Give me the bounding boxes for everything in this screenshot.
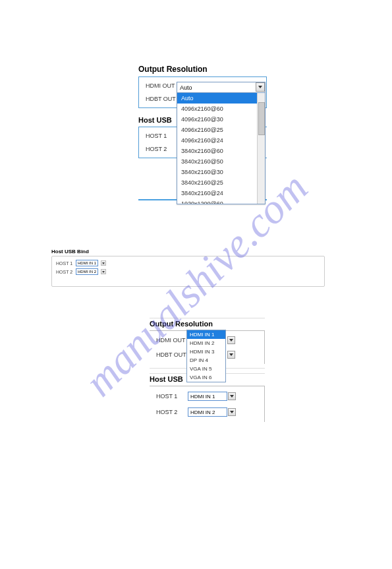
host1-label-p1: HOST 1 — [146, 133, 177, 139]
dropdown-option[interactable]: 4096x2160@24 — [177, 135, 265, 146]
dropdown-current-text: Auto — [180, 84, 192, 91]
dropdown-option[interactable]: 3840x2160@30 — [177, 167, 265, 177]
dropdown3-option[interactable]: VGA IN 5 — [187, 365, 225, 373]
dropdown3-option[interactable]: HDMI IN 3 — [187, 347, 225, 356]
host2-row-3: HOST 2 HDMI IN 2 — [156, 407, 258, 417]
dropdown-list: Auto 4096x2160@60 4096x2160@30 4096x2160… — [177, 93, 265, 204]
host1-select-wrap[interactable]: HDMI IN 1 — [188, 392, 236, 401]
dropdown-option[interactable]: 4096x2160@30 — [177, 114, 265, 125]
hdmi-out-label: HDMI OUT — [146, 82, 177, 89]
chevron-down-icon[interactable] — [227, 336, 235, 344]
output-resolution-title: Output Resolution — [138, 65, 267, 74]
host-usb-bind-box: HOST 1 HDMI IN 1 HOST 2 HDMI IN 2 — [51, 256, 325, 287]
dropdown-option[interactable]: 1920x1200@60 — [177, 198, 265, 204]
host2-select-3[interactable]: HDMI IN 2 — [188, 407, 227, 417]
host-usb-bind-panel: Host USB Bind HOST 1 HDMI IN 1 HOST 2 HD… — [51, 249, 325, 287]
hdbt-out-label-3: HDBT OUT — [156, 351, 188, 358]
dropdown3-option[interactable]: HDMI IN 2 — [187, 339, 225, 347]
host2-bind-row: HOST 2 HDMI IN 2 — [56, 268, 320, 275]
host-usb-bind-title: Host USB Bind — [51, 249, 325, 255]
host2-bind-select[interactable]: HDMI IN 2 — [76, 268, 98, 275]
chevron-down-icon[interactable] — [228, 392, 236, 400]
dropdown-option[interactable]: 3840x2160@25 — [177, 177, 265, 188]
chevron-down-icon[interactable] — [228, 408, 236, 416]
host-usb-label-3: Host USB — [150, 375, 183, 383]
host2-label-p1: HOST 2 — [146, 146, 177, 152]
host1-row-3: HOST 1 HDMI IN 1 — [156, 392, 258, 401]
host1-bind-row: HOST 1 HDMI IN 1 — [56, 260, 320, 266]
chevron-down-icon[interactable] — [101, 260, 106, 266]
chevron-down-icon[interactable] — [227, 351, 235, 359]
host2-select-wrap[interactable]: HDMI IN 2 — [188, 407, 236, 417]
host2-label-3: HOST 2 — [156, 409, 188, 415]
chevron-down-icon[interactable] — [256, 82, 265, 92]
scrollbar-thumb[interactable] — [258, 102, 265, 135]
host1-select-3[interactable]: HDMI IN 1 — [188, 392, 227, 401]
dropdown-option[interactable]: Auto — [177, 93, 265, 104]
scrollbar[interactable] — [257, 93, 265, 204]
host-usb-box-3: HOST 1 HDMI IN 1 HOST 2 HDMI IN 2 — [150, 386, 265, 422]
dropdown-option[interactable]: 3840x2160@60 — [177, 146, 265, 156]
dropdown3-option[interactable]: HDMI IN 1 — [187, 330, 225, 339]
dropdown-option[interactable]: 4096x2160@25 — [177, 125, 265, 135]
host1-bind-select[interactable]: HDMI IN 1 — [76, 260, 98, 266]
host2-bind-label: HOST 2 — [56, 270, 73, 274]
dropdown-option[interactable]: 4096x2160@60 — [177, 104, 265, 114]
hdbt-out-label: HDBT OUT — [146, 96, 177, 102]
hdmi-out-label-3: HDMI OUT — [156, 337, 188, 344]
dropdown-option[interactable]: 3840x2160@50 — [177, 156, 265, 167]
dropdown3-option[interactable]: VGA IN 6 — [187, 373, 225, 382]
hdmi-out-dropdown-3-open[interactable]: HDMI IN 1 HDMI IN 2 HDMI IN 3 DP IN 4 VG… — [186, 330, 226, 382]
host1-bind-label: HOST 1 — [56, 261, 73, 266]
dropdown-option[interactable]: 3840x2160@24 — [177, 188, 265, 198]
output-resolution-title-3: Output Resolution — [150, 320, 265, 328]
hdmi-out-dropdown-open[interactable]: Auto Auto 4096x2160@60 4096x2160@30 4096… — [177, 82, 266, 204]
dropdown3-option[interactable]: DP IN 4 — [187, 356, 225, 365]
host1-label-3: HOST 1 — [156, 393, 188, 400]
dropdown-current-value[interactable]: Auto — [177, 82, 265, 93]
chevron-down-icon[interactable] — [101, 269, 106, 274]
